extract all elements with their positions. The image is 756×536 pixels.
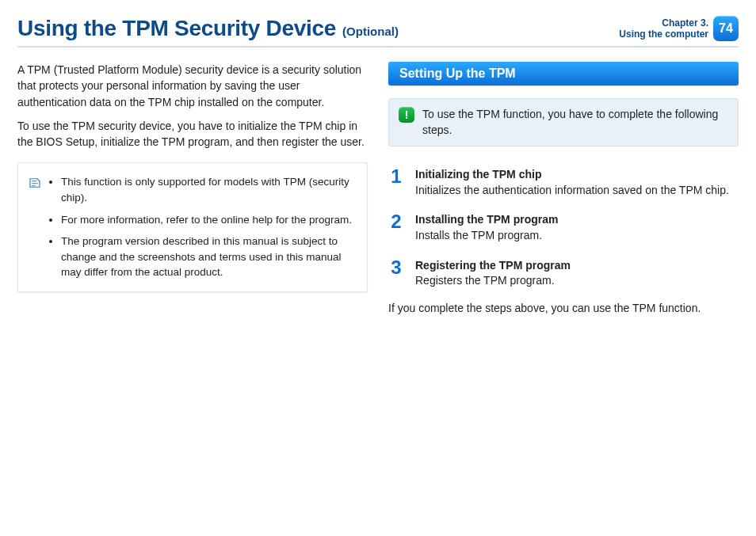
step-description: Installs the TPM program.: [415, 228, 558, 244]
step-item: 3 Registering the TPM program Registers …: [388, 258, 739, 289]
step-description: Initializes the authentication informati…: [415, 183, 729, 199]
note-item: For more information, refer to the onlin…: [61, 212, 354, 228]
page: Using the TPM Security Device (Optional)…: [0, 0, 756, 324]
step-body: Registering the TPM program Registers th…: [415, 258, 571, 289]
step-title: Registering the TPM program: [415, 258, 571, 274]
closing-paragraph: If you complete the steps above, you can…: [388, 300, 739, 316]
page-title: Using the TPM Security Device: [17, 16, 336, 41]
section-heading: Setting Up the TPM: [388, 62, 739, 86]
steps-list: 1 Initializing the TPM chip Initializes …: [388, 167, 739, 289]
right-column: Setting Up the TPM ! To use the TPM func…: [388, 62, 739, 324]
alert-box: ! To use the TPM function, you have to c…: [388, 98, 739, 146]
note-box: This function is only supported for mode…: [17, 162, 368, 291]
step-title: Installing the TPM program: [415, 212, 558, 228]
header-left: Using the TPM Security Device (Optional): [17, 16, 399, 41]
note-icon: [28, 174, 42, 279]
step-body: Installing the TPM program Installs the …: [415, 212, 558, 243]
step-title: Initializing the TPM chip: [415, 167, 729, 183]
step-item: 2 Installing the TPM program Installs th…: [388, 212, 739, 243]
alert-icon: !: [399, 107, 414, 123]
note-list: This function is only supported for mode…: [50, 174, 354, 279]
page-subtitle: (Optional): [342, 25, 399, 38]
step-number: 1: [388, 167, 404, 186]
chapter-line-2: Using the computer: [619, 29, 708, 40]
step-number: 3: [388, 258, 404, 277]
page-header: Using the TPM Security Device (Optional)…: [17, 16, 739, 41]
intro-paragraph-2: To use the TPM security device, you have…: [17, 118, 368, 150]
content-columns: A TPM (Trusted Platform Module) security…: [17, 62, 739, 324]
alert-text: To use the TPM function, you have to com…: [422, 107, 728, 138]
intro-paragraph-1: A TPM (Trusted Platform Module) security…: [17, 62, 368, 110]
step-description: Registers the TPM program.: [415, 273, 571, 289]
header-right: Chapter 3. Using the computer 74: [619, 16, 739, 41]
page-number-badge: 74: [713, 16, 739, 41]
header-divider: [17, 46, 739, 48]
section-heading-text: Setting Up the TPM: [399, 67, 516, 80]
left-column: A TPM (Trusted Platform Module) security…: [17, 62, 368, 324]
note-item: This function is only supported for mode…: [61, 174, 354, 205]
step-body: Initializing the TPM chip Initializes th…: [415, 167, 729, 198]
chapter-line-1: Chapter 3.: [619, 17, 708, 29]
note-item: The program version described in this ma…: [61, 234, 354, 280]
page-number: 74: [719, 21, 733, 36]
step-number: 2: [388, 212, 404, 231]
step-item: 1 Initializing the TPM chip Initializes …: [388, 167, 739, 198]
chapter-label: Chapter 3. Using the computer: [619, 17, 708, 40]
